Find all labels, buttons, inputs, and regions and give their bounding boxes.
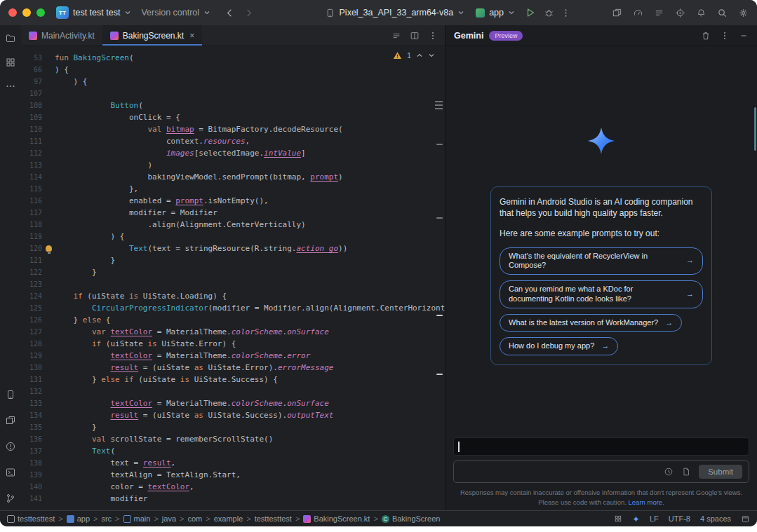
breadcrumb-item[interactable]: app [67,514,90,523]
layout-grid-icon[interactable] [614,514,622,523]
device-mirroring-icon[interactable] [612,8,622,18]
code-line[interactable]: 132 [21,386,445,397]
run-configuration-selector[interactable]: app [476,8,515,18]
project-toolwindow-icon[interactable] [3,31,18,46]
line-number[interactable]: 121 [21,254,42,266]
editor-options-icon[interactable] [428,31,438,41]
indent-indicator[interactable]: 4 spaces [700,514,731,523]
line-number[interactable]: 132 [21,386,42,397]
lightbulb-icon[interactable] [46,245,52,252]
line-number[interactable]: 127 [21,326,42,338]
attach-context-icon[interactable] [681,467,691,477]
line-number[interactable]: 128 [21,338,42,350]
intention-bulb-slot[interactable] [42,243,55,254]
code-line[interactable]: 134 result = (uiState as UiState.Success… [21,409,445,421]
line-number[interactable]: 134 [21,409,42,421]
code-line[interactable]: 53fun BakingScreen( [21,52,445,64]
code-line[interactable]: 97 ) { [21,76,445,88]
breadcrumb-item[interactable]: main [123,514,151,523]
line-number[interactable]: 117 [21,207,42,219]
debug-button[interactable] [544,8,554,18]
code-line[interactable]: 137 Text( [21,445,445,457]
line-number[interactable]: 138 [21,457,42,469]
line-number[interactable]: 111 [21,135,42,147]
logcat-icon[interactable] [654,8,664,18]
next-issue-icon[interactable] [428,52,435,59]
line-number[interactable]: 141 [21,493,42,505]
code-line[interactable]: 114 bakingViewModel.sendPrompt(bitmap, p… [21,171,445,183]
encoding-indicator[interactable]: UTF-8 [669,514,690,523]
code-line[interactable]: 113 ) [21,159,445,171]
line-number[interactable]: 122 [21,266,42,278]
line-number[interactable]: 108 [21,100,42,111]
maximize-window-button[interactable] [36,8,45,17]
code-line[interactable]: 126 } else { [21,314,445,326]
back-navigation-icon[interactable] [225,8,235,18]
search-icon[interactable] [717,8,728,18]
code-line[interactable]: 133 textColor = MaterialTheme.colorSchem… [21,397,445,409]
code-line[interactable]: 112 images[selectedImage.intValue] [21,147,445,159]
code-line[interactable]: 138 text = result, [21,457,445,469]
version-control-widget[interactable]: Version control [141,8,210,18]
more-toolwindows-icon[interactable] [3,79,18,94]
line-number[interactable]: 136 [21,433,42,445]
prompt-chip[interactable]: Can you remind me what a KDoc for docume… [500,280,703,308]
code-line[interactable]: 129 textColor = MaterialTheme.colorSchem… [21,350,445,362]
panel-scrollbar[interactable] [754,107,756,151]
prompt-chip[interactable]: How do I debug my app?→ [500,337,618,355]
line-number[interactable]: 133 [21,397,42,409]
gemini-options-icon[interactable] [720,31,730,41]
line-number[interactable]: 114 [21,171,42,183]
line-separator-indicator[interactable]: LF [650,514,659,523]
device-selector[interactable]: Pixel_3a_API_33_arm64-v8a [325,8,465,18]
submit-button[interactable]: Submit [699,465,742,479]
gemini-status-icon[interactable] [632,515,640,523]
minimize-window-button[interactable] [22,8,31,17]
breadcrumb-item[interactable]: java [162,514,176,523]
settings-icon[interactable] [738,8,749,18]
line-number[interactable]: 140 [21,481,42,493]
code-line[interactable]: 108 Button( [21,100,445,111]
code-line[interactable]: 141 modifier [21,493,445,505]
window-mode-icon[interactable] [741,514,750,524]
code-line[interactable]: 124 if (uiState is UiState.Loading) { [21,290,445,302]
line-number[interactable]: 137 [21,445,42,457]
code-line[interactable]: 120 Text(text = stringResource(R.string.… [21,243,445,254]
prev-issue-icon[interactable] [416,52,423,59]
line-number[interactable]: 139 [21,469,42,481]
line-number[interactable]: 110 [21,123,42,135]
tab-bakingscreen[interactable]: BakingScreen.kt × [102,25,202,46]
notifications-icon[interactable] [696,8,706,18]
app-inspection-icon[interactable] [675,8,685,18]
split-editor-icon[interactable] [410,31,420,41]
code-line[interactable]: 111 context.resources, [21,135,445,147]
line-number[interactable]: 120 [21,243,42,254]
code-line[interactable]: 121 } [21,254,445,266]
close-window-button[interactable] [8,8,17,17]
code-line[interactable]: 119 ) { [21,231,445,243]
code-line[interactable]: 115 }, [21,183,445,195]
clear-chat-icon[interactable] [701,31,711,41]
run-button[interactable] [525,7,536,18]
profiler-icon[interactable] [633,8,643,18]
line-number[interactable]: 131 [21,374,42,386]
line-number[interactable]: 113 [21,159,42,171]
editor-list-icon[interactable] [391,31,401,41]
code-line[interactable]: 109 onClick = { [21,111,445,123]
line-number[interactable]: 109 [21,111,42,123]
code-line[interactable]: 128 if (uiState is UiState.Error) { [21,338,445,350]
line-number[interactable]: 53 [21,52,42,64]
code-line[interactable]: 131 } else if (uiState is UiState.Succes… [21,374,445,386]
prompt-chip[interactable]: What is the latest version of WorkManage… [500,314,682,332]
problems-toolwindow-icon[interactable] [3,439,18,454]
terminal-toolwindow-icon[interactable] [3,465,18,480]
prompt-chip[interactable]: What's the equivalent of RecyclerView in… [500,247,703,275]
tab-mainactivity[interactable]: MainActivity.kt [21,25,102,46]
line-number[interactable]: 125 [21,302,42,314]
code-line[interactable]: 117 modifier = Modifier [21,207,445,219]
breadcrumb-item[interactable]: example [214,514,243,523]
line-number[interactable]: 135 [21,421,42,433]
line-number[interactable]: 115 [21,183,42,195]
line-number[interactable]: 126 [21,314,42,326]
code-line[interactable]: 66) { [21,64,445,76]
